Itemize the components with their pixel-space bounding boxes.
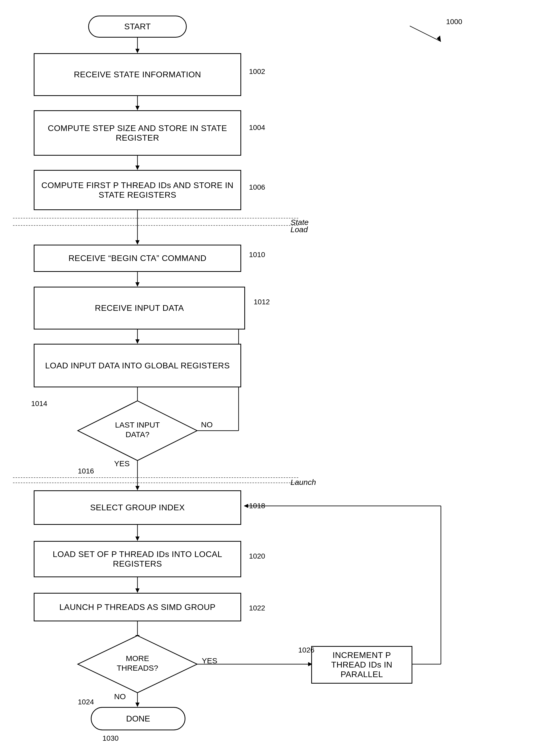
svg-text:DATA?: DATA? <box>126 430 149 439</box>
svg-marker-35 <box>437 36 441 42</box>
start-node: START <box>88 16 187 38</box>
svg-marker-9 <box>135 282 140 287</box>
ref-1022: 1022 <box>249 604 265 612</box>
flowchart-diagram: 1000 START RECEIVE STATE INFORMATION 100… <box>0 0 548 756</box>
node-1002: RECEIVE STATE INFORMATION <box>34 53 241 96</box>
svg-text:THREADS?: THREADS? <box>117 664 158 672</box>
node-1006: COMPUTE FIRST P THREAD IDs AND STORE IN … <box>34 170 241 210</box>
dashed-separator-load <box>13 225 298 226</box>
svg-marker-1 <box>135 49 140 53</box>
ref-1016: 1016 <box>78 467 94 475</box>
section-label-launch: Launch <box>290 478 316 487</box>
svg-marker-5 <box>135 166 140 170</box>
svg-marker-7 <box>135 240 140 245</box>
node-1022: LAUNCH P THREADS AS SIMD GROUP <box>34 593 241 621</box>
svg-marker-23 <box>135 588 140 593</box>
diamond-more-no-label: NO <box>114 692 126 701</box>
ref-1020: 1020 <box>249 552 265 560</box>
svg-text:LAST INPUT: LAST INPUT <box>115 421 160 429</box>
ref-1026: 1026 <box>298 646 314 654</box>
ref-1004: 1004 <box>249 123 265 132</box>
done-node: DONE <box>91 707 186 730</box>
ref-1030: 1030 <box>103 734 119 743</box>
ref-1002: 1002 <box>249 67 265 76</box>
node-1018: SELECT GROUP INDEX <box>34 490 241 525</box>
diagram-ref-1000: 1000 <box>446 18 462 26</box>
ref-1010: 1010 <box>249 251 265 259</box>
svg-marker-33 <box>135 703 140 707</box>
svg-marker-11 <box>135 339 140 344</box>
diamond-more-yes-label: YES <box>202 656 217 665</box>
node-1012: RECEIVE INPUT DATA <box>34 287 245 329</box>
ref-1012: 1012 <box>254 298 270 306</box>
node-1014: LOAD INPUT DATA INTO GLOBAL REGISTERS <box>34 344 241 387</box>
ref-1014b: 1014 <box>31 400 47 408</box>
diamond-yes-label: YES <box>114 459 130 468</box>
svg-line-34 <box>410 26 441 42</box>
node-1004: COMPUTE STEP SIZE AND STORE IN STATE REG… <box>34 110 241 156</box>
diamond-no-label: NO <box>201 420 213 429</box>
diamond-last-input: LAST INPUT DATA? <box>77 400 199 462</box>
ref-1006: 1006 <box>249 183 265 191</box>
dashed-separator-launch1 <box>13 477 298 478</box>
node-1020: LOAD SET OF P THREAD IDs INTO LOCAL REGI… <box>34 541 241 577</box>
svg-marker-31 <box>244 504 248 508</box>
node-1010: RECEIVE “BEGIN CTA” COMMAND <box>34 245 241 272</box>
svg-marker-19 <box>135 486 140 490</box>
section-label-load: Load <box>290 225 308 234</box>
node-1026: INCREMENT P THREAD IDs IN PARALLEL <box>311 646 412 684</box>
dashed-separator-launch2 <box>13 483 298 483</box>
ref-1018: 1018 <box>249 502 265 510</box>
svg-marker-21 <box>135 537 140 541</box>
svg-marker-3 <box>135 106 140 110</box>
svg-text:MORE: MORE <box>126 654 149 663</box>
dashed-separator-state <box>13 218 298 218</box>
diamond-more-threads: MORE THREADS? <box>77 634 199 694</box>
ref-1024: 1024 <box>78 698 94 706</box>
